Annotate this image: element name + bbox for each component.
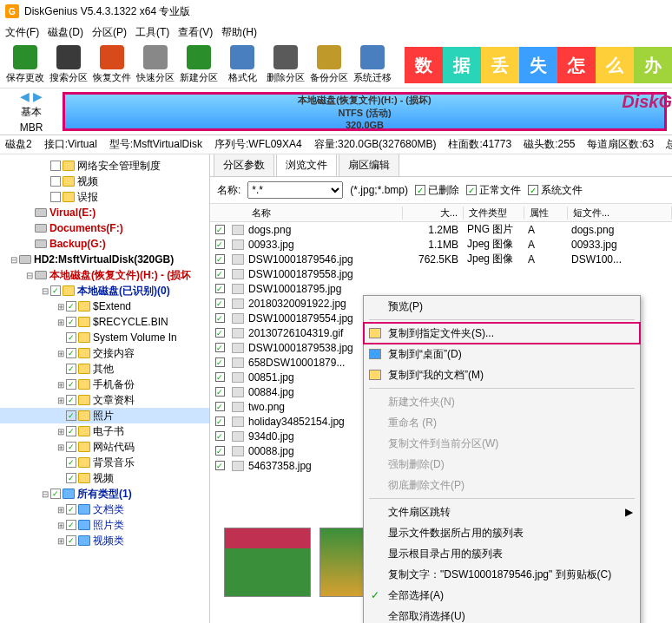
tab[interactable]: 分区参数: [214, 154, 274, 176]
context-menu-item[interactable]: 复制文字："DSW10001879546.jpg" 到剪贴板(C): [364, 564, 640, 585]
banner-char: 丢: [481, 47, 519, 83]
toolbar: 保存更改搜索分区恢复文件快速分区新建分区格式化删除分区备份分区系统迁移数据丢失怎…: [0, 42, 672, 89]
context-menu-item[interactable]: 显示文件数据所占用的簇列表: [364, 522, 640, 543]
toolbar-button[interactable]: 恢复文件: [90, 45, 134, 84]
partition-bar[interactable]: 本地磁盘(恢复文件)(H:) - (损坏) NTFS (活动) 320.0GB: [63, 92, 667, 131]
disk-basic-label: 基本: [21, 105, 42, 120]
context-menu-item[interactable]: 复制到指定文件夹(S)...: [364, 323, 640, 344]
file-row[interactable]: ✓00933.jpg1.1MBJpeg 图像A00933.jpg: [210, 237, 672, 252]
tab[interactable]: 浏览文件: [276, 154, 337, 176]
nav-arrows[interactable]: ◀ ▶: [20, 89, 43, 103]
filter-name-label: 名称:: [217, 183, 240, 198]
tab[interactable]: 扇区编辑: [339, 154, 399, 176]
menu-item[interactable]: 工具(T): [135, 25, 169, 40]
context-menu-item: 强制删除(D): [364, 454, 640, 475]
tree-node[interactable]: ✓背景音乐: [0, 455, 209, 470]
folder-tree[interactable]: 网络安全管理制度视频误报Virual(E:)Documents(F:)Backu…: [0, 154, 210, 623]
tree-node[interactable]: ⊞✓$Extend: [0, 298, 209, 314]
toolbar-button[interactable]: 格式化: [221, 45, 264, 84]
banner-char: 办: [634, 47, 672, 83]
context-menu-item[interactable]: 复制到“我的文档”(M): [364, 364, 640, 385]
context-menu-item[interactable]: 文件扇区跳转▶: [364, 502, 640, 522]
file-list-header: 名称 大... 文件类型 属性 短文件...: [210, 203, 672, 222]
tree-node[interactable]: ✓System Volume In: [0, 330, 209, 345]
toolbar-button[interactable]: 系统迁移: [351, 45, 394, 84]
tree-node[interactable]: ⊟本地磁盘(恢复文件)(H:) - (损坏: [0, 267, 209, 283]
disk-status-line: 磁盘2接口:Virtual型号:MsftVirtualDisk序列号:WFL09…: [0, 135, 672, 154]
banner-char: 数: [405, 47, 443, 83]
disk-mbr-label: MBR: [20, 121, 43, 134]
file-row[interactable]: ✓dogs.png1.2MBPNG 图片Adogs.png: [210, 222, 672, 237]
tree-node[interactable]: Virual(E:): [0, 205, 209, 220]
window-title: DiskGenius V5.4.3.1322 x64 专业版: [24, 4, 190, 19]
thumbnail[interactable]: [224, 528, 311, 597]
tree-node[interactable]: 视频: [0, 174, 209, 189]
tree-node[interactable]: ⊟✓本地磁盘(已识别)(0): [0, 283, 209, 298]
menu-item[interactable]: 分区(P): [92, 25, 127, 40]
menubar: 文件(F)磁盘(D)分区(P)工具(T)查看(V)帮助(H): [0, 23, 672, 42]
tree-node[interactable]: ⊞✓手机备份: [0, 377, 209, 392]
tree-node[interactable]: ⊟✓所有类型(1): [0, 486, 209, 502]
filter-pattern-select[interactable]: *.*: [247, 181, 343, 199]
context-menu-item: 新建文件夹(N): [364, 391, 640, 412]
context-menu-item[interactable]: ✓全部选择(A): [364, 585, 640, 606]
context-menu-item[interactable]: 显示根目录占用的簇列表: [364, 543, 640, 564]
tree-node[interactable]: 误报: [0, 189, 209, 205]
right-tabs: 分区参数浏览文件扇区编辑: [210, 154, 672, 177]
filter-deleted-checkbox[interactable]: ✓已删除: [415, 183, 459, 198]
context-menu-item[interactable]: 复制到“桌面”(D): [364, 344, 640, 364]
menu-item[interactable]: 文件(F): [5, 25, 39, 40]
tree-node[interactable]: 网络安全管理制度: [0, 158, 209, 174]
tree-node[interactable]: ⊞✓电子书: [0, 423, 209, 439]
diskgenius-logo: DiskG: [622, 92, 672, 112]
context-menu-item: 重命名 (R): [364, 412, 640, 433]
filter-system-checkbox[interactable]: ✓系统文件: [528, 183, 583, 198]
file-row[interactable]: ✓DSW10001879546.jpg762.5KBJpeg 图像ADSW100…: [210, 252, 672, 266]
toolbar-button[interactable]: 快速分区: [134, 45, 177, 84]
file-row[interactable]: ✓DSW100018795.jpg: [210, 281, 672, 296]
banner-char: 据: [443, 47, 481, 83]
context-menu-item: 复制文件到当前分区(W): [364, 433, 640, 454]
tree-node[interactable]: ⊞✓文档类: [0, 502, 209, 517]
tree-node[interactable]: Backup(G:): [0, 236, 209, 252]
tree-node[interactable]: ⊞✓交接内容: [0, 345, 209, 361]
toolbar-button[interactable]: 保存更改: [3, 45, 47, 84]
tree-node[interactable]: ⊟HD2:MsftVirtualDisk(320GB): [0, 252, 209, 267]
banner-char: 失: [519, 47, 557, 83]
banner-char: 怎: [557, 47, 596, 83]
context-menu-item[interactable]: 预览(P): [364, 296, 640, 317]
context-menu: 预览(P)复制到指定文件夹(S)...复制到“桌面”(D)复制到“我的文档”(M…: [363, 295, 641, 623]
tree-node[interactable]: Documents(F:): [0, 220, 209, 236]
tree-node[interactable]: ⊞✓视频类: [0, 533, 209, 548]
filter-wildcard-hint: (*.jpg;*.bmp): [350, 184, 408, 196]
toolbar-button[interactable]: 删除分区: [264, 45, 307, 84]
tree-node[interactable]: ✓照片: [0, 408, 209, 423]
tree-node[interactable]: ✓其他: [0, 361, 209, 377]
toolbar-button[interactable]: 搜索分区: [47, 45, 90, 84]
tree-node[interactable]: ⊞✓网站代码: [0, 439, 209, 455]
context-menu-item[interactable]: 全部取消选择(U): [364, 606, 640, 623]
tree-node[interactable]: ⊞✓照片类: [0, 517, 209, 533]
tree-node[interactable]: ✓视频: [0, 470, 209, 486]
toolbar-button[interactable]: 备份分区: [307, 45, 351, 84]
app-logo-icon: G: [5, 4, 19, 18]
tree-node[interactable]: ⊞✓文章资料: [0, 392, 209, 408]
menu-item[interactable]: 帮助(H): [221, 25, 257, 40]
toolbar-button[interactable]: 新建分区: [177, 45, 221, 84]
banner-char: 么: [596, 47, 634, 83]
menu-item[interactable]: 查看(V): [178, 25, 213, 40]
tree-node[interactable]: ⊞✓$RECYCLE.BIN: [0, 314, 209, 330]
filter-normal-checkbox[interactable]: ✓正常文件: [466, 183, 521, 198]
context-menu-item: 彻底删除文件(P): [364, 475, 640, 495]
menu-item[interactable]: 磁盘(D): [48, 25, 83, 40]
file-row[interactable]: ✓DSW10001879558.jpg: [210, 266, 672, 281]
